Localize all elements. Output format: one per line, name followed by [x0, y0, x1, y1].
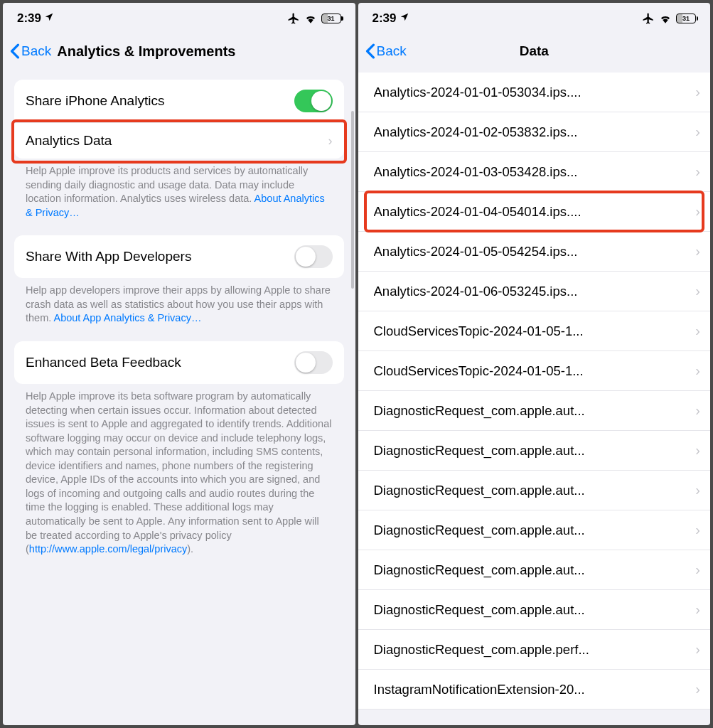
chevron-right-icon: ›	[695, 283, 700, 299]
chevron-right-icon: ›	[695, 601, 700, 618]
back-button[interactable]: Back	[365, 43, 407, 59]
battery-level: 31	[682, 15, 690, 22]
data-file-row[interactable]: DiagnosticRequest_com.apple.aut...›	[358, 431, 711, 471]
back-button[interactable]: Back	[10, 43, 51, 59]
data-file-name: CloudServicesTopic-2024-01-05-1...	[374, 323, 690, 339]
data-content: Analytics-2024-01-01-053034.ips....›Anal…	[358, 68, 711, 725]
share-iphone-analytics-row[interactable]: Share iPhone Analytics	[14, 80, 344, 122]
analytics-footer: Help Apple improve its products and serv…	[14, 159, 344, 220]
beta-label: Enhanced Beta Feedback	[26, 355, 294, 370]
data-file-row[interactable]: Analytics-2024-01-06-053245.ips...›	[358, 272, 711, 311]
data-file-row[interactable]: CloudServicesTopic-2024-01-05-1...›	[358, 351, 711, 391]
airplane-icon	[287, 12, 300, 25]
chevron-right-icon: ›	[328, 134, 333, 149]
status-time: 2:39	[372, 11, 397, 26]
page-title: Data	[358, 43, 711, 59]
data-file-row[interactable]: Analytics-2024-01-04-054014.ips....›	[358, 192, 711, 232]
data-file-row[interactable]: CloudServicesTopic-2024-01-05-1...›	[358, 311, 711, 351]
chevron-right-icon: ›	[695, 124, 700, 140]
chevron-right-icon: ›	[695, 203, 700, 220]
beta-toggle[interactable]	[294, 351, 333, 374]
chevron-right-icon: ›	[695, 323, 700, 339]
data-file-name: InstagramNotificationExtension-20...	[374, 682, 690, 697]
back-label: Back	[21, 43, 51, 59]
chevron-right-icon: ›	[695, 164, 700, 180]
battery-level: 31	[327, 15, 334, 22]
beta-group: Enhanced Beta Feedback	[14, 341, 344, 384]
data-file-name: Analytics-2024-01-03-053428.ips...	[374, 164, 690, 180]
chevron-right-icon: ›	[695, 243, 700, 259]
data-file-row[interactable]: DiagnosticRequest_com.apple.aut...›	[358, 391, 711, 431]
about-app-analytics-link[interactable]: About App Analytics & Privacy…	[54, 312, 202, 323]
data-file-row[interactable]: Analytics-2024-01-03-053428.ips...›	[358, 152, 711, 192]
data-file-name: DiagnosticRequest_com.apple.perf...	[374, 642, 690, 658]
data-file-name: Analytics-2024-01-01-053034.ips....	[374, 85, 690, 100]
data-file-row[interactable]: DiagnosticRequest_com.apple.aut...›	[358, 550, 711, 590]
nav-bar: Back Data	[358, 34, 711, 68]
wifi-icon	[304, 14, 317, 23]
data-file-row[interactable]: DiagnosticRequest_com.apple.aut...›	[358, 471, 711, 510]
chevron-right-icon: ›	[695, 442, 700, 459]
status-time: 2:39	[17, 11, 41, 26]
beta-feedback-row[interactable]: Enhanced Beta Feedback	[14, 341, 344, 384]
share-dev-toggle[interactable]	[294, 245, 333, 268]
chevron-right-icon: ›	[695, 522, 700, 538]
share-iphone-label: Share iPhone Analytics	[26, 93, 294, 109]
data-file-row[interactable]: Analytics-2024-01-02-053832.ips...›	[358, 112, 711, 152]
developers-footer: Help app developers improve their apps b…	[14, 278, 344, 326]
analytics-group: Share iPhone Analytics Analytics Data ›	[14, 80, 344, 159]
phone-left: 2:39 31 Back Analytics & Improvements	[3, 3, 355, 725]
data-file-name: DiagnosticRequest_com.apple.aut...	[374, 443, 690, 459]
data-file-name: DiagnosticRequest_com.apple.aut...	[374, 523, 690, 538]
data-file-row[interactable]: DiagnosticRequest_com.apple.aut...›	[358, 590, 711, 630]
battery-icon: 31	[676, 14, 696, 23]
chevron-right-icon: ›	[695, 84, 700, 100]
data-file-name: Analytics-2024-01-06-053245.ips...	[374, 284, 690, 299]
location-icon	[400, 11, 409, 26]
data-file-name: Analytics-2024-01-05-054254.ips...	[374, 244, 690, 259]
share-developers-row[interactable]: Share With App Developers	[14, 235, 344, 278]
data-file-row[interactable]: InstagramNotificationExtension-20...›	[358, 670, 711, 710]
scroll-indicator[interactable]	[351, 111, 354, 289]
wifi-icon	[659, 14, 672, 23]
battery-icon: 31	[321, 14, 341, 23]
chevron-right-icon: ›	[695, 562, 700, 578]
footer-text-end: ).	[187, 543, 193, 555]
chevron-right-icon: ›	[695, 402, 700, 419]
developers-group: Share With App Developers	[14, 235, 344, 278]
data-file-name: CloudServicesTopic-2024-01-05-1...	[374, 363, 690, 379]
chevron-right-icon: ›	[695, 681, 700, 697]
data-file-row[interactable]: Analytics-2024-01-05-054254.ips...›	[358, 232, 711, 272]
data-file-name: Analytics-2024-01-02-053832.ips...	[374, 124, 690, 140]
chevron-right-icon: ›	[695, 641, 700, 658]
analytics-data-label: Analytics Data	[26, 133, 328, 149]
data-list: Analytics-2024-01-01-053034.ips....›Anal…	[358, 73, 711, 710]
analytics-data-row[interactable]: Analytics Data ›	[14, 122, 344, 159]
back-label: Back	[377, 43, 407, 59]
nav-bar: Back Analytics & Improvements	[3, 34, 355, 68]
data-file-row[interactable]: DiagnosticRequest_com.apple.perf...›	[358, 630, 711, 670]
beta-footer: Help Apple improve its beta software pro…	[14, 384, 344, 557]
location-icon	[44, 11, 54, 26]
privacy-link[interactable]: http://www.apple.com/legal/privacy	[29, 543, 187, 555]
data-file-name: DiagnosticRequest_com.apple.aut...	[374, 602, 690, 618]
data-file-name: DiagnosticRequest_com.apple.aut...	[374, 403, 690, 419]
chevron-right-icon: ›	[695, 363, 700, 379]
chevron-right-icon: ›	[695, 482, 700, 498]
footer-text: Help Apple improve its beta software pro…	[26, 390, 331, 555]
page-title: Analytics & Improvements	[57, 43, 235, 60]
data-file-name: DiagnosticRequest_com.apple.aut...	[374, 483, 690, 498]
airplane-icon	[642, 12, 655, 25]
data-file-row[interactable]: Analytics-2024-01-01-053034.ips....›	[358, 73, 711, 112]
data-file-row[interactable]: DiagnosticRequest_com.apple.aut...›	[358, 510, 711, 550]
settings-content: Share iPhone Analytics Analytics Data › …	[3, 68, 355, 725]
share-dev-label: Share With App Developers	[26, 249, 294, 264]
share-iphone-toggle[interactable]	[294, 90, 333, 112]
data-file-name: DiagnosticRequest_com.apple.aut...	[374, 562, 690, 578]
phone-right: 2:39 31 Back Data Analytics-2024-01-01-0…	[358, 3, 711, 725]
data-file-name: Analytics-2024-01-04-054014.ips....	[374, 204, 690, 220]
status-bar: 2:39 31	[3, 3, 355, 34]
status-bar: 2:39 31	[358, 3, 711, 34]
